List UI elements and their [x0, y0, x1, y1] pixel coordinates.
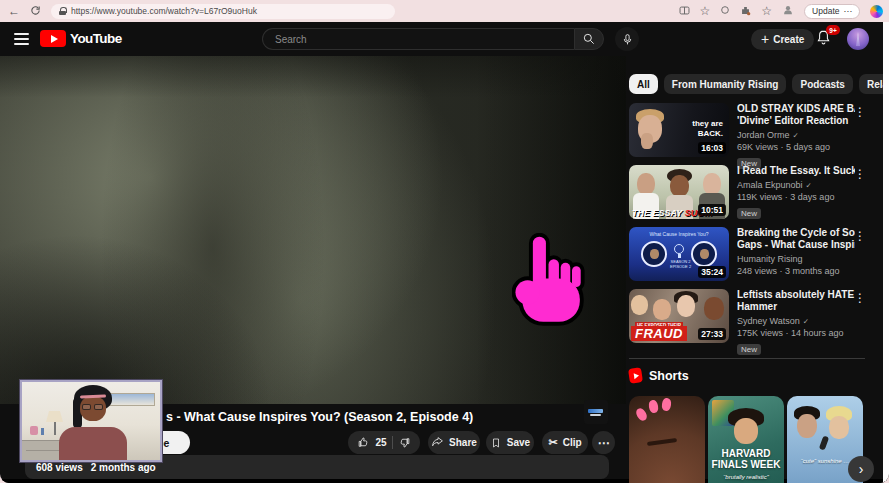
save-label: Save: [507, 437, 530, 448]
thumbnail-text: SEASON 2EPISODE 2: [670, 259, 691, 269]
like-dislike-group: 25: [348, 431, 420, 454]
thumbnail-text: they areBACK.: [692, 119, 723, 139]
glasses-lens: [82, 404, 91, 410]
video-options-icon[interactable]: ⋮: [854, 291, 866, 305]
art: [661, 397, 672, 411]
mic-icon: [621, 33, 634, 46]
video-info: Breaking the Cycle of Societal Gaps - Wh…: [737, 227, 855, 276]
video-player[interactable]: [0, 56, 626, 404]
save-button[interactable]: Save: [486, 431, 534, 454]
art: [653, 299, 671, 320]
art: [634, 407, 648, 423]
share-button[interactable]: Share: [428, 431, 480, 454]
video-title: I Read The Essay. It Sucked.: [737, 165, 855, 177]
search-button[interactable]: [574, 28, 604, 50]
video-thumbnail[interactable]: they areBACK. 16:03: [629, 103, 729, 157]
address-bar[interactable]: https://www.youtube.com/watch?v=L67rO9uo…: [51, 4, 395, 19]
share-icon: [431, 436, 444, 449]
person-face: [80, 396, 106, 421]
shorts-title: Shorts: [649, 369, 689, 383]
thumbs-up-icon[interactable]: [357, 436, 370, 449]
divider: [392, 436, 393, 449]
chrome-more-icon[interactable]: ⋯: [844, 6, 853, 16]
more-icon: ⋯: [598, 436, 610, 450]
shorts-chevron-button[interactable]: ›: [848, 456, 874, 482]
channel-name[interactable]: Amala Ekpunobi: [737, 180, 803, 190]
thumbs-down-icon[interactable]: [398, 436, 411, 449]
video-thumbnail[interactable]: THE ESSAY SUC… 10:51: [629, 165, 729, 219]
art: [631, 295, 648, 315]
clip-button[interactable]: ✂ Clip: [542, 431, 588, 454]
shorts-header: Shorts: [629, 368, 689, 383]
notification-badge: 9+: [826, 25, 840, 35]
page-scrollbar[interactable]: [883, 22, 889, 483]
related-video-2[interactable]: THE ESSAY SUC… 10:51 I Read The Essay. I…: [629, 165, 874, 223]
channel-name[interactable]: Sydney Watson: [737, 316, 800, 326]
video-meta: 69K views · 5 days ago: [737, 142, 855, 152]
chip-podcasts[interactable]: Podcasts: [792, 74, 852, 94]
plus-icon: +: [761, 31, 769, 47]
art: [637, 173, 655, 195]
channel-name[interactable]: Humanity Rising: [737, 254, 803, 264]
video-title: Hammer: [737, 301, 855, 313]
scissors-icon: ✂: [548, 436, 557, 449]
art: [734, 418, 758, 444]
view-count: 608 views: [36, 462, 83, 473]
search-bar: [262, 28, 604, 50]
video-options-icon[interactable]: ⋮: [854, 167, 866, 181]
url-text: https://www.youtube.com/watch?v=L67rO9uo…: [71, 6, 257, 16]
art: [691, 241, 717, 267]
youtube-logo-icon[interactable]: [40, 30, 66, 47]
update-button[interactable]: Update ⋯: [804, 4, 860, 19]
video-thumbnail[interactable]: What Cause Inspires You? SEASON 2EPISODE…: [629, 227, 729, 281]
chip-from-humanity-rising[interactable]: From Humanity Rising: [664, 74, 787, 94]
create-button[interactable]: + Create: [751, 29, 814, 50]
wall-art: [109, 393, 155, 406]
art: [677, 295, 695, 317]
verified-icon: ✓: [806, 181, 812, 190]
video-meta: 248 views · 3 months ago: [737, 266, 855, 276]
shorts-caption: HARVARD FINALS WEEK “brutally realistic”: [708, 448, 784, 483]
back-icon[interactable]: ←: [8, 5, 20, 17]
art: [819, 435, 829, 450]
voice-search-button[interactable]: [615, 27, 639, 51]
thumbnail-text: What Cause Inspires You?: [629, 231, 729, 237]
refresh-extension-icon[interactable]: [720, 5, 730, 17]
lock-icon: [59, 7, 66, 15]
update-label: Update: [812, 6, 839, 16]
shorts-thumbnail-1[interactable]: [629, 396, 705, 483]
art: [648, 399, 659, 413]
video-options-icon[interactable]: ⋮: [854, 229, 866, 243]
duration-badge: 35:24: [698, 266, 726, 278]
search-input[interactable]: [262, 28, 574, 50]
channel-name[interactable]: Jordan Orme: [737, 130, 790, 140]
art: [641, 133, 653, 149]
profile-icon[interactable]: [782, 4, 794, 18]
youtube-page: YouTube + Create 9+: [0, 22, 889, 483]
video-info: Leftists absolutely HATE Caleb Hammer Sy…: [737, 289, 855, 356]
video-thumbnail[interactable]: HE EXPOSED THEIR FRAUD 27:33: [629, 289, 729, 343]
menu-icon[interactable]: [14, 33, 29, 48]
copilot-icon[interactable]: [870, 5, 883, 18]
shorts-thumbnail-2[interactable]: HARVARD FINALS WEEK “brutally realistic”: [708, 396, 784, 483]
video-options-icon[interactable]: ⋮: [854, 105, 866, 119]
favorite-star-icon[interactable]: ☆: [700, 5, 711, 17]
chip-all[interactable]: All: [629, 74, 658, 94]
related-video-4[interactable]: HE EXPOSED THEIR FRAUD 27:33 Leftists ab…: [629, 289, 874, 347]
account-avatar[interactable]: [847, 28, 869, 50]
youtube-wordmark[interactable]: YouTube: [70, 31, 122, 46]
duration-badge: 10:51: [698, 204, 726, 216]
refresh-icon[interactable]: [30, 5, 41, 18]
related-video-3[interactable]: What Cause Inspires You? SEASON 2EPISODE…: [629, 227, 874, 285]
video-title: Breaking the Cycle of Societal: [737, 227, 855, 239]
related-video-1[interactable]: they areBACK. 16:03 OLD STRAY KIDS ARE B…: [629, 103, 874, 161]
more-actions-button[interactable]: ⋯: [592, 431, 615, 454]
youtube-header: YouTube + Create 9+: [0, 22, 889, 56]
collections-star-icon[interactable]: ☆: [761, 5, 772, 17]
extensions-icon[interactable]: [740, 5, 751, 18]
pointer-cursor-overlay: [512, 233, 592, 329]
channel-watermark[interactable]: [584, 400, 608, 424]
split-screen-icon[interactable]: [679, 5, 690, 18]
share-label: Share: [449, 437, 477, 448]
new-badge: New: [737, 344, 761, 355]
